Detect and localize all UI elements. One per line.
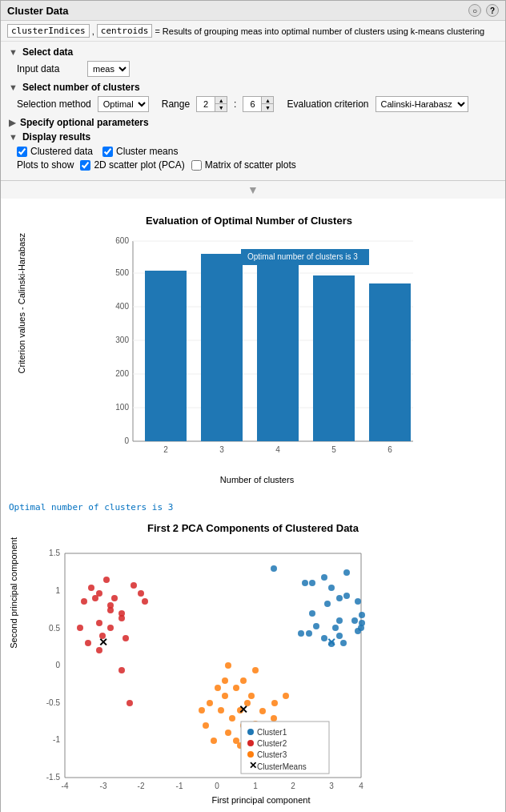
bar-6 (369, 283, 411, 441)
svg-point-108 (252, 667, 259, 673)
svg-point-48 (351, 617, 358, 624)
matrix-checkbox-item[interactable]: Matrix of scatter plots (191, 159, 296, 171)
svg-point-64 (321, 574, 327, 581)
bar-4 (257, 264, 299, 441)
display-results-header[interactable]: ▼ Display results (9, 131, 497, 143)
scatter2d-checkbox[interactable] (80, 160, 90, 171)
svg-text:2: 2 (291, 782, 295, 790)
help-button[interactable]: ? (486, 4, 499, 17)
clustered-data-checkbox[interactable] (17, 147, 27, 157)
bar-chart-wrap: Criterion values - Calinski-Harabasz 0 1… (17, 233, 481, 484)
svg-point-114 (225, 662, 231, 669)
svg-point-73 (107, 625, 114, 631)
range-max-down[interactable]: ▼ (262, 104, 273, 111)
bar-chart-title: Evaluation of Optimal Number of Clusters (17, 215, 481, 227)
optimal-text: Optimal number of clusters is 3 (1, 500, 505, 514)
optional-params-label: Specify optional parameters (20, 117, 149, 128)
eval-label: Evaluation criterion (287, 98, 368, 110)
select-clusters-arrow: ▼ (9, 82, 18, 92)
range-min-buttons: ▲ ▼ (215, 97, 227, 111)
scatter-x-label: First principal component (25, 795, 497, 805)
scatter2d-checkbox-item[interactable]: 2D scatter plot (PCA) (80, 159, 184, 171)
clustered-data-label: Clustered data (30, 146, 93, 157)
bar-chart-y-label: Criterion values - Calinski-Harabasz (17, 233, 30, 373)
svg-point-71 (131, 582, 137, 589)
svg-point-125 (247, 740, 254, 746)
select-data-content: Input data meas (9, 61, 497, 77)
method-select[interactable]: Optimal Manual (98, 96, 149, 112)
optional-params-header[interactable]: ▶ Specify optional parameters (9, 117, 497, 128)
svg-text:0: 0 (124, 436, 129, 445)
svg-text:-4: -4 (62, 782, 69, 790)
scatter2d-label: 2D scatter plot (PCA) (94, 159, 184, 171)
svg-text:Cluster2: Cluster2 (257, 739, 287, 748)
svg-point-58 (313, 623, 319, 629)
svg-point-44 (343, 569, 350, 576)
select-data-arrow: ▼ (9, 47, 18, 57)
range-max-input[interactable]: 6 (243, 98, 261, 110)
display-results-content: Clustered data Cluster means Plots to sh… (9, 146, 497, 171)
bar-2 (145, 271, 187, 441)
svg-text:400: 400 (115, 302, 129, 311)
svg-point-54 (340, 640, 347, 646)
dropdown-indicator: ▼ (1, 181, 505, 199)
svg-text:200: 200 (115, 369, 129, 378)
scatter-chart-title: First 2 PCA Components of Clustered Data (9, 522, 497, 534)
svg-point-60 (298, 630, 304, 637)
range-min-up[interactable]: ▲ (215, 97, 227, 104)
circle-button[interactable]: ○ (468, 4, 481, 17)
svg-point-51 (306, 630, 312, 637)
input-data-select[interactable]: meas (87, 61, 130, 77)
svg-point-105 (218, 707, 224, 714)
svg-point-78 (122, 635, 129, 641)
app-window: Cluster Data ○ ? clusterIndices , centro… (0, 0, 506, 812)
svg-point-99 (248, 693, 255, 699)
svg-point-43 (302, 580, 308, 586)
svg-point-70 (96, 620, 102, 626)
svg-text:2: 2 (163, 445, 168, 454)
svg-text:Cluster1: Cluster1 (257, 728, 287, 737)
svg-text:3: 3 (329, 782, 334, 790)
svg-point-49 (332, 625, 339, 631)
cluster-means-checkbox-item[interactable]: Cluster means (102, 146, 178, 157)
separator: , (92, 26, 94, 36)
svg-text:Cluster3: Cluster3 (257, 750, 287, 759)
svg-point-109 (203, 722, 209, 729)
svg-text:-1.5: -1.5 (46, 773, 61, 782)
svg-point-81 (103, 577, 110, 583)
range-max-up[interactable]: ▲ (262, 97, 273, 104)
svg-point-59 (343, 593, 350, 599)
svg-point-102 (211, 738, 217, 744)
svg-text:✕: ✕ (239, 703, 248, 716)
range-max-spinner: 6 ▲ ▼ (243, 96, 274, 112)
svg-point-82 (85, 640, 91, 646)
svg-point-106 (233, 685, 239, 691)
output-description: Results of grouping meas into optimal nu… (163, 26, 484, 36)
svg-point-45 (328, 585, 335, 591)
matrix-label: Matrix of scatter plots (205, 159, 296, 171)
svg-point-76 (138, 590, 144, 597)
svg-point-47 (309, 610, 315, 617)
cluster-means-checkbox[interactable] (102, 147, 113, 157)
range-label: Range (162, 98, 190, 110)
svg-point-62 (309, 580, 315, 586)
bar-chart-container: Evaluation of Optimal Number of Clusters… (9, 207, 497, 492)
range-min-input[interactable]: 2 (197, 98, 215, 110)
svg-point-61 (355, 598, 361, 605)
svg-text:1: 1 (253, 782, 258, 790)
svg-text:0: 0 (215, 782, 219, 790)
select-clusters-header[interactable]: ▼ Select number of clusters (9, 82, 497, 93)
eval-select[interactable]: Calinski-Harabasz Davies-Bouldin Gap (375, 96, 468, 112)
svg-text:1: 1 (55, 586, 60, 595)
matrix-checkbox[interactable] (191, 160, 202, 171)
select-clusters-content: Selection method Optimal Manual Range 2 … (9, 96, 497, 112)
svg-point-52 (336, 633, 343, 639)
clustered-data-checkbox-item[interactable]: Clustered data (17, 146, 93, 157)
select-data-header[interactable]: ▼ Select data (9, 46, 497, 58)
equals-sign: = (155, 26, 159, 36)
display-results-arrow: ▼ (9, 132, 18, 142)
svg-point-77 (88, 585, 94, 591)
range-min-down[interactable]: ▼ (215, 104, 227, 111)
svg-point-75 (118, 615, 125, 621)
svg-text:5: 5 (331, 445, 336, 454)
